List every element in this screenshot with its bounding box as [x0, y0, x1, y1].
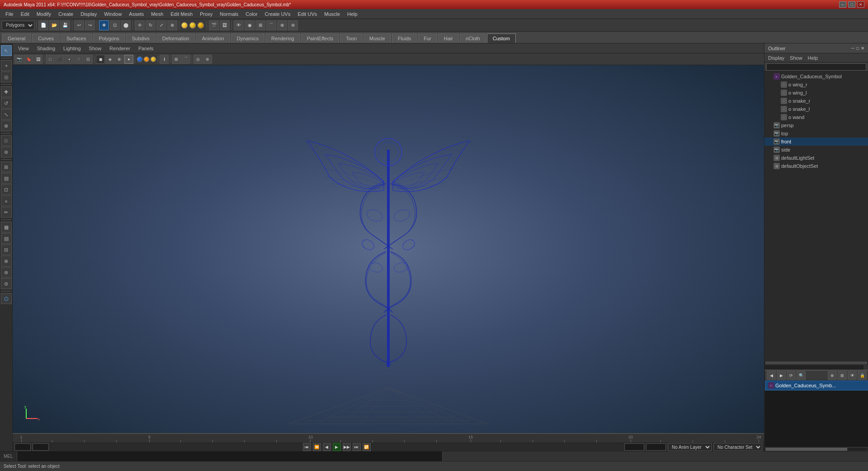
- vp-select-camera-btn[interactable]: 📷: [14, 55, 24, 64]
- vp-xray-joints-btn[interactable]: ⊕: [115, 55, 124, 64]
- bp-prev-btn[interactable]: ◀: [767, 371, 776, 380]
- layer-editor-btn[interactable]: ▦: [1, 222, 12, 233]
- menu-item-window[interactable]: Window: [100, 9, 125, 19]
- minimize-button[interactable]: ─: [839, 1, 846, 8]
- vp-bounding-btn[interactable]: ⊡: [84, 55, 93, 64]
- snap-btn[interactable]: ⊡: [1, 184, 12, 195]
- vp-points-btn[interactable]: ∷: [74, 55, 83, 64]
- bp-snap-btn[interactable]: ⊕: [828, 371, 837, 380]
- viewport-view-menu[interactable]: View: [14, 45, 33, 52]
- lasso-btn[interactable]: ⊡: [110, 20, 120, 30]
- vp-smooth-wire-btn[interactable]: ▪: [65, 55, 74, 64]
- paint-select-btn[interactable]: ◎: [1, 71, 12, 82]
- outliner-search-input[interactable]: [766, 63, 866, 71]
- outliner-item[interactable]: ⊞defaultLightSet: [764, 154, 868, 162]
- annotation-btn[interactable]: ✏: [1, 207, 12, 218]
- viewport-shading-menu[interactable]: Shading: [33, 45, 59, 52]
- outliner-show-menu[interactable]: Show: [788, 55, 804, 61]
- tab-animation[interactable]: Animation: [196, 33, 230, 43]
- tab-deformation[interactable]: Deformation: [156, 33, 195, 43]
- prev-frame-btn[interactable]: ◀: [323, 443, 331, 451]
- vp-bookmark-btn[interactable]: 🔖: [24, 55, 33, 64]
- menu-item-assets[interactable]: Assets: [125, 9, 147, 19]
- render-btn[interactable]: 🎬: [209, 20, 219, 30]
- tab-rendering[interactable]: Rendering: [265, 33, 300, 43]
- menu-item-edit[interactable]: Edit: [17, 9, 33, 19]
- tab-surfaces[interactable]: Surfaces: [61, 33, 92, 43]
- bp-view-btn[interactable]: 👁: [848, 371, 857, 380]
- menu-item-color[interactable]: Color: [242, 9, 261, 19]
- tab-polygons[interactable]: Polygons: [93, 33, 125, 43]
- tab-ncloth[interactable]: nCloth: [460, 33, 486, 43]
- outliner-item[interactable]: 📷front: [764, 138, 868, 146]
- maximize-button[interactable]: □: [848, 1, 855, 8]
- outliner-item[interactable]: 📷top: [764, 129, 868, 138]
- vp-image-plane-btn[interactable]: 🖼: [33, 55, 42, 64]
- cmd-input[interactable]: [17, 452, 443, 461]
- menu-item-modify[interactable]: Modify: [33, 9, 55, 19]
- menu-item-muscle[interactable]: Muscle: [321, 9, 344, 19]
- tab-curves[interactable]: Curves: [32, 33, 60, 43]
- char-set-select[interactable]: No Character Set: [713, 443, 762, 451]
- menu-item-help[interactable]: Help: [344, 9, 361, 19]
- attr-btn[interactable]: ▤: [1, 173, 12, 184]
- menu-item-file[interactable]: File: [2, 9, 17, 19]
- camera-btn[interactable]: ⊙: [1, 293, 12, 304]
- skip-fwd-btn[interactable]: ⏭: [353, 443, 361, 451]
- range-start-input[interactable]: 1.00: [14, 443, 31, 451]
- sculpt-btn[interactable]: ⊚: [1, 147, 12, 157]
- viewport-canvas[interactable]: x y: [13, 65, 764, 433]
- viewport-show-menu[interactable]: Show: [85, 45, 105, 52]
- show-hide-btn[interactable]: 👁: [234, 20, 244, 30]
- outliner-close-btn[interactable]: ✕: [861, 46, 864, 51]
- step-back-btn[interactable]: ⏪: [313, 443, 321, 451]
- loop-btn[interactable]: 🔁: [363, 443, 371, 451]
- current-frame-input[interactable]: 1.00: [624, 443, 644, 451]
- outliner-item[interactable]: ⊞defaultObjectSet: [764, 162, 868, 170]
- transform-btn[interactable]: ⊕: [167, 20, 177, 30]
- lasso-tool-btn[interactable]: ⌖: [1, 60, 12, 71]
- rotate-tool-btn[interactable]: ↺: [1, 98, 12, 109]
- outliner-item[interactable]: ◦o snake_l: [764, 105, 868, 113]
- vp-smooth-btn[interactable]: ⬛: [55, 55, 64, 64]
- outliner-item[interactable]: ◦o snake_r: [764, 97, 868, 105]
- range-end-input[interactable]: 1.00: [646, 443, 666, 451]
- viewport-renderer-menu[interactable]: Renderer: [106, 45, 134, 52]
- bp-search-btn[interactable]: 🔍: [797, 371, 806, 380]
- outliner-item[interactable]: 📷side: [764, 146, 868, 154]
- tool-settings-btn[interactable]: ⊕: [1, 256, 12, 266]
- new-file-btn[interactable]: 📄: [38, 20, 48, 30]
- tab-subdivs[interactable]: Subdivs: [126, 33, 156, 43]
- measure-btn[interactable]: ⌅: [1, 195, 12, 206]
- isolate-btn[interactable]: ◉: [245, 20, 255, 30]
- rotate-btn[interactable]: ↻: [146, 20, 156, 30]
- attr-spread-btn[interactable]: ⊟: [1, 244, 12, 255]
- menu-item-create[interactable]: Create: [55, 9, 77, 19]
- tab-muscle[interactable]: Muscle: [363, 33, 391, 43]
- undo-btn[interactable]: ↩: [74, 20, 84, 30]
- tab-painteffects[interactable]: PaintEffects: [301, 33, 340, 43]
- viewport-lighting-menu[interactable]: Lighting: [60, 45, 85, 52]
- vp-xray-btn[interactable]: ◈: [105, 55, 114, 64]
- outliner-maximize-btn[interactable]: □: [856, 46, 859, 51]
- outliner-h-scrollbar-thumb[interactable]: [765, 362, 867, 364]
- menu-item-edit-mesh[interactable]: Edit Mesh: [167, 9, 196, 19]
- menu-item-normals[interactable]: Normals: [216, 9, 242, 19]
- outliner-item[interactable]: ◦o wand: [764, 113, 868, 121]
- select-btn[interactable]: ✚: [99, 20, 109, 30]
- skip-back-btn[interactable]: ⏮: [303, 443, 311, 451]
- move-btn[interactable]: ✛: [135, 20, 145, 30]
- menu-item-mesh[interactable]: Mesh: [147, 9, 167, 19]
- outliner-item[interactable]: ▸Golden_Caduceus_Symbol: [764, 72, 868, 81]
- redo-btn[interactable]: ↪: [85, 20, 95, 30]
- menu-item-create-uvs[interactable]: Create UVs: [261, 9, 294, 19]
- render-view-btn[interactable]: ⊜: [1, 278, 12, 289]
- timeline-ruler[interactable]: 1510152024: [13, 434, 764, 443]
- close-button[interactable]: ✕: [857, 1, 864, 8]
- bp-lock-btn[interactable]: 🔒: [858, 371, 867, 380]
- select-tool-btn[interactable]: ↖: [1, 45, 12, 56]
- outliner-minimize-btn[interactable]: ─: [851, 46, 854, 51]
- save-file-btn[interactable]: 💾: [60, 20, 70, 30]
- tab-custom[interactable]: Custom: [487, 33, 516, 43]
- hypershade-btn[interactable]: ⊛: [1, 267, 12, 278]
